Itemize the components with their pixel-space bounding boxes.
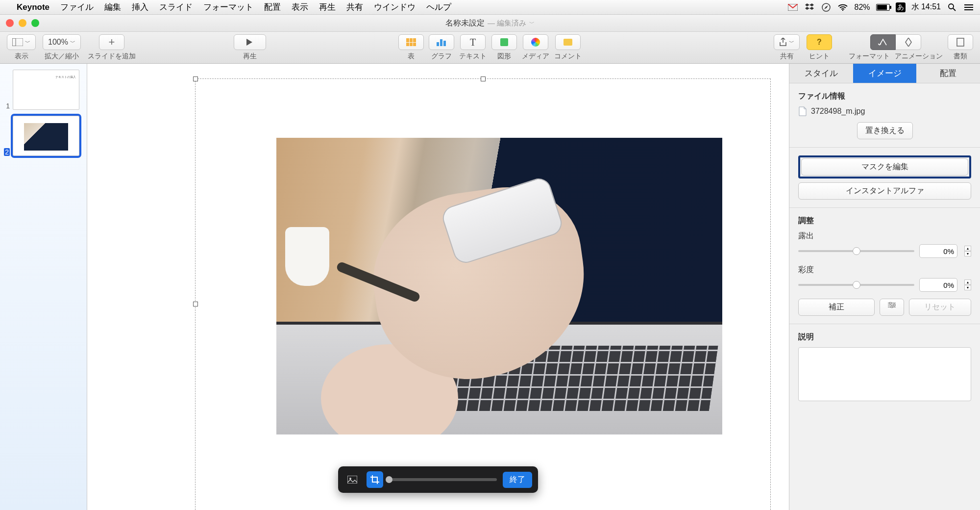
exposure-value-field[interactable]: 0% xyxy=(919,244,957,258)
exposure-stepper[interactable]: ▴▾ xyxy=(964,246,971,256)
media-button[interactable] xyxy=(523,34,548,50)
mask-crop-mode-button[interactable] xyxy=(367,471,383,488)
slide-thumbnail-2[interactable] xyxy=(13,116,79,156)
replace-image-button[interactable]: 置き換える xyxy=(857,122,913,139)
mask-done-button[interactable]: 終了 xyxy=(503,472,532,488)
instant-alpha-button[interactable]: インスタントアルファ xyxy=(798,182,971,200)
shape-button[interactable] xyxy=(491,34,517,50)
add-slide-label: スライドを追加 xyxy=(88,52,136,61)
tab-style[interactable]: スタイル xyxy=(789,64,853,83)
add-slide-button[interactable]: + xyxy=(99,34,124,50)
spotlight-icon[interactable] xyxy=(947,2,957,13)
resize-handle-ml[interactable] xyxy=(193,302,198,306)
safari-menubar-icon[interactable] xyxy=(821,2,832,13)
saturation-stepper[interactable]: ▴▾ xyxy=(964,280,971,290)
format-inspector: スタイル イメージ 配置 ファイル情報 3728498_m.jpg 置き換える … xyxy=(789,64,980,510)
document-title[interactable]: 名称未設定 xyxy=(445,18,485,28)
view-button[interactable]: ﹀ xyxy=(7,34,36,50)
control-center-icon[interactable] xyxy=(963,2,974,13)
menu-insert[interactable]: 挿入 xyxy=(132,1,148,13)
file-type-icon xyxy=(798,106,807,116)
mask-zoom-knob[interactable] xyxy=(386,476,392,483)
reset-button[interactable]: リセット xyxy=(909,299,971,316)
menu-help[interactable]: ヘルプ xyxy=(426,1,451,13)
description-textarea[interactable] xyxy=(798,347,971,401)
share-button[interactable]: ﹀ xyxy=(774,34,800,50)
menu-arrange[interactable]: 配置 xyxy=(264,1,281,13)
title-chevron-icon[interactable]: ﹀ xyxy=(529,20,535,27)
adjust-settings-button[interactable] xyxy=(880,299,904,316)
svg-point-8 xyxy=(889,302,891,304)
saturation-label: 彩度 xyxy=(798,265,971,275)
image-selection-outline xyxy=(195,78,771,510)
slide-number-2: 2 xyxy=(4,148,10,156)
app-name[interactable]: Keynote xyxy=(17,2,49,12)
resize-handle-tc[interactable] xyxy=(481,76,486,81)
ime-indicator[interactable]: あ xyxy=(896,2,906,12)
sliders-icon xyxy=(888,302,896,308)
enhance-button[interactable]: 補正 xyxy=(798,299,875,316)
zoom-button[interactable]: 100%﹀ xyxy=(43,34,81,50)
exposure-slider-knob[interactable] xyxy=(853,247,860,255)
saturation-value-field[interactable]: 0% xyxy=(919,278,957,292)
menu-slide[interactable]: スライド xyxy=(159,1,193,13)
gmail-menubar-icon[interactable] xyxy=(787,2,798,13)
comment-icon xyxy=(564,39,572,46)
menu-format[interactable]: フォーマット xyxy=(203,1,253,13)
format-inspector-button[interactable] xyxy=(870,34,896,50)
menu-window[interactable]: ウインドウ xyxy=(374,1,416,13)
format-label: フォーマット xyxy=(849,52,890,61)
table-icon xyxy=(406,38,416,46)
macos-menubar: Keynote ファイル 編集 挿入 スライド フォーマット 配置 表示 再生 … xyxy=(0,0,980,15)
clock[interactable]: 水 14:51 xyxy=(911,2,941,12)
exposure-slider[interactable] xyxy=(798,250,914,252)
saturation-slider-knob[interactable] xyxy=(853,281,860,289)
svg-rect-5 xyxy=(957,38,964,46)
slide-canvas[interactable]: 終了 xyxy=(87,64,789,510)
exposure-label: 露出 xyxy=(798,231,971,241)
menu-play[interactable]: 再生 xyxy=(319,1,336,13)
menu-share[interactable]: 共有 xyxy=(346,1,363,13)
text-label: テキスト xyxy=(459,52,487,61)
svg-point-1 xyxy=(842,9,843,10)
hint-label: ヒント xyxy=(809,52,830,61)
edit-mask-button[interactable]: マスクを編集 xyxy=(801,158,968,176)
document-inspector-button[interactable] xyxy=(948,34,973,50)
slide-thumbnail-1[interactable]: テキストの挿入 xyxy=(13,70,79,110)
tab-image[interactable]: イメージ xyxy=(853,64,917,83)
slide-image[interactable] xyxy=(276,138,722,434)
comment-button[interactable] xyxy=(555,34,581,50)
play-button[interactable] xyxy=(234,34,266,50)
saturation-slider[interactable] xyxy=(798,284,914,286)
mask-image-mode-button[interactable] xyxy=(344,471,361,488)
svg-point-2 xyxy=(949,4,954,9)
chart-button[interactable] xyxy=(429,34,454,50)
svg-point-9 xyxy=(893,304,895,306)
mask-zoom-slider[interactable] xyxy=(389,478,497,481)
fullscreen-window-button[interactable] xyxy=(31,19,39,27)
table-label: 表 xyxy=(408,52,415,61)
edit-mask-highlight: マスクを編集 xyxy=(798,155,971,178)
main-area: 1 テキストの挿入 2 xyxy=(0,64,980,510)
menu-file[interactable]: ファイル xyxy=(60,1,94,13)
hint-button[interactable]: ? xyxy=(807,34,832,50)
menu-edit[interactable]: 編集 xyxy=(104,1,121,13)
table-button[interactable] xyxy=(398,34,424,50)
battery-icon[interactable] xyxy=(876,4,890,11)
chart-icon xyxy=(437,38,446,46)
tab-arrange[interactable]: 配置 xyxy=(916,64,980,83)
description-section: 説明 xyxy=(789,324,980,409)
play-label: 再生 xyxy=(243,52,257,61)
wifi-icon[interactable] xyxy=(837,2,848,13)
minimize-window-button[interactable] xyxy=(19,19,26,27)
dropbox-menubar-icon[interactable] xyxy=(804,2,815,13)
media-label: メディア xyxy=(522,52,549,61)
resize-handle-tl[interactable] xyxy=(193,76,198,81)
close-window-button[interactable] xyxy=(6,19,14,27)
text-button[interactable]: T xyxy=(460,34,486,50)
slide-number-1: 1 xyxy=(4,102,10,110)
animate-inspector-button[interactable] xyxy=(896,34,921,50)
svg-point-10 xyxy=(891,306,893,308)
menu-view[interactable]: 表示 xyxy=(292,1,308,13)
file-info-title: ファイル情報 xyxy=(798,91,971,102)
